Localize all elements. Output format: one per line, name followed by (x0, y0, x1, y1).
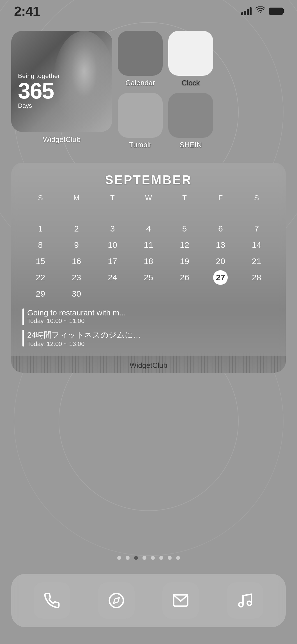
cal-day-empty (22, 205, 58, 220)
cal-day-2: 2 (58, 221, 94, 236)
calendar-day-headers: S M T W T F S (22, 194, 275, 202)
cal-day-23: 23 (58, 270, 94, 285)
calendar-app[interactable]: Calendar (118, 31, 163, 87)
dock-phone[interactable] (34, 582, 70, 619)
day-header-m: M (58, 194, 94, 202)
cal-day-13: 13 (202, 238, 238, 252)
page-dots (0, 556, 297, 560)
cal-day-empty (95, 287, 130, 301)
cal-day-15: 15 (22, 254, 58, 269)
day-header-s2: S (239, 194, 275, 202)
event-bar-1 (22, 308, 24, 325)
cal-day-empty (130, 287, 166, 301)
days-number: 365 (18, 80, 60, 102)
cal-day-11: 11 (130, 238, 166, 252)
page-dot-2 (126, 556, 130, 560)
shein-app[interactable]: SHEIN (168, 93, 213, 149)
svg-point-8 (239, 603, 243, 607)
bottom-icons-row: Tumblr SHEIN (118, 93, 286, 149)
day-header-s1: S (22, 194, 58, 202)
event-time-1: Today, 10:00 ~ 11:00 (27, 317, 126, 325)
cal-day-16: 16 (58, 254, 94, 269)
cal-day-18: 18 (130, 254, 166, 269)
cal-day-8: 8 (22, 238, 58, 252)
battery-icon (269, 8, 283, 15)
cal-day-empty (167, 287, 202, 301)
day-header-w: W (130, 194, 166, 202)
day-header-f: F (202, 194, 238, 202)
cal-day-empty (202, 205, 238, 220)
cal-day-1: 1 (22, 221, 58, 236)
cal-day-22: 22 (22, 270, 58, 285)
top-icons-row: Calendar Clock (118, 31, 286, 87)
cal-day-14: 14 (239, 238, 275, 252)
cal-day-empty (239, 205, 275, 220)
cal-day-24: 24 (95, 270, 130, 285)
signal-bars-icon (241, 7, 252, 15)
event-1: Going to restaurant with m... Today, 10:… (22, 308, 275, 325)
calendar-widget: SEPTEMBER S M T W T F S (11, 163, 286, 373)
dock-music[interactable] (227, 582, 263, 619)
cal-day-25: 25 (130, 270, 166, 285)
cal-day-30: 30 (58, 287, 94, 301)
cal-day-17: 17 (95, 254, 130, 269)
calendar-grid: S M T W T F S (22, 194, 275, 301)
calendar-days: 1 2 3 4 5 6 7 8 9 10 11 12 13 14 15 (22, 205, 275, 301)
day-header-t1: T (95, 194, 130, 202)
svg-marker-6 (113, 597, 119, 603)
dock-safari[interactable] (98, 582, 135, 619)
cal-day-7: 7 (239, 221, 275, 236)
page-dot-4 (142, 556, 146, 560)
event-bar-2 (22, 330, 24, 347)
cal-day-27-today: 27 (213, 270, 228, 285)
cal-day-4: 4 (130, 221, 166, 236)
calendar-label: Calendar (125, 79, 155, 87)
app-row-1: Being together 365 Days WidgetClub Calen… (11, 31, 286, 149)
cal-day-empty (58, 205, 94, 220)
page-dot-5 (151, 556, 155, 560)
page-dot-7 (168, 556, 172, 560)
status-icons (241, 6, 283, 16)
clock-app[interactable]: Clock (168, 31, 213, 87)
svg-point-5 (109, 593, 123, 608)
calendar-month: SEPTEMBER (22, 173, 275, 187)
tumblr-app[interactable]: Tumblr (118, 93, 163, 149)
calendar-events: Going to restaurant with m... Today, 10:… (22, 308, 275, 348)
calendar-content: SEPTEMBER S M T W T F S (22, 173, 275, 348)
cal-day-10: 10 (95, 238, 130, 252)
event-text-2: 24時間フィットネスのジムに… Today, 12:00 ~ 13:00 (27, 330, 141, 348)
cal-day-29: 29 (22, 287, 58, 301)
event-title-2: 24時間フィットネスのジムに… (27, 330, 141, 340)
calendar-widget-label: WidgetClub (130, 361, 167, 370)
event-time-2: Today, 12:00 ~ 13:00 (27, 340, 141, 348)
page-dot-6 (159, 556, 163, 560)
cal-day-empty (167, 205, 202, 220)
shein-label: SHEIN (179, 141, 202, 149)
cal-day-empty (95, 205, 130, 220)
cal-day-3: 3 (95, 221, 130, 236)
cal-day-26: 26 (167, 270, 202, 285)
cal-day-6: 6 (202, 221, 238, 236)
dock-mail[interactable] (162, 582, 199, 619)
event-title-1: Going to restaurant with m... (27, 308, 126, 317)
status-time: 2:41 (14, 4, 40, 19)
event-text-1: Going to restaurant with m... Today, 10:… (27, 308, 126, 325)
cal-day-empty (130, 205, 166, 220)
app-grid: Being together 365 Days WidgetClub Calen… (11, 31, 286, 155)
cal-day-20: 20 (202, 254, 238, 269)
cal-day-12: 12 (167, 238, 202, 252)
page-dot-1 (117, 556, 121, 560)
day-header-t2: T (167, 194, 202, 202)
cal-day-empty (239, 287, 275, 301)
widgetclub-widget[interactable]: Being together 365 Days WidgetClub (11, 31, 112, 144)
tumblr-label: Tumblr (129, 141, 151, 149)
page-dot-3-active (134, 556, 138, 560)
cal-day-empty (202, 287, 238, 301)
app-col-right: Calendar Clock Tumblr SHEIN (118, 31, 286, 149)
clock-label: Clock (181, 79, 200, 87)
cal-day-21: 21 (239, 254, 275, 269)
cal-day-9: 9 (58, 238, 94, 252)
cal-day-28: 28 (239, 270, 275, 285)
page-dot-8 (176, 556, 180, 560)
dock (11, 574, 286, 627)
